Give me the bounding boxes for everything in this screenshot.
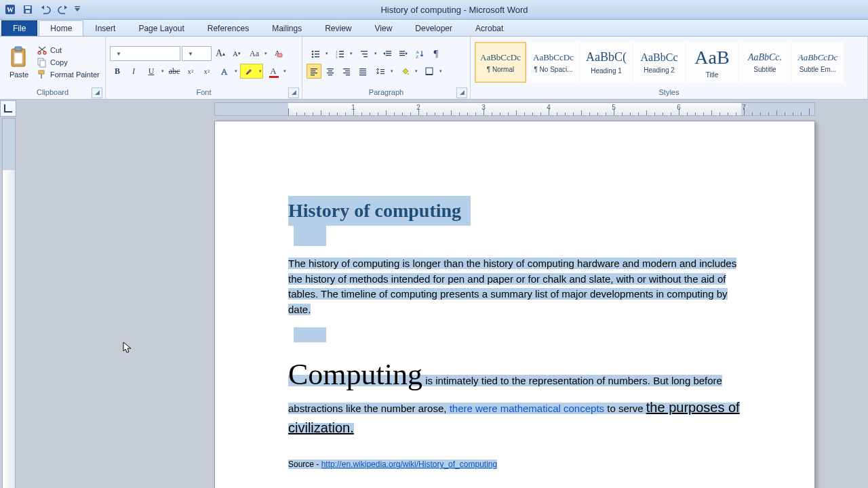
tab-review[interactable]: Review bbox=[313, 20, 363, 36]
underline-button[interactable]: U bbox=[142, 64, 165, 79]
borders-icon bbox=[425, 66, 434, 76]
clear-formatting-button[interactable]: A bbox=[270, 46, 285, 61]
horizontal-ruler[interactable]: 1234567 bbox=[214, 102, 815, 116]
line-spacing-button[interactable] bbox=[372, 64, 395, 79]
show-marks-button[interactable]: ¶ bbox=[429, 46, 443, 61]
document-content[interactable]: History of computing The history of comp… bbox=[288, 196, 741, 477]
svg-rect-58 bbox=[380, 71, 384, 72]
undo-icon[interactable] bbox=[38, 2, 53, 17]
style-tile-title[interactable]: AaBTitle bbox=[686, 42, 738, 83]
style-tile-heading-2[interactable]: AaBbCcHeading 2 bbox=[633, 42, 685, 83]
ribbon: Paste Cut Copy Format Painter Clipboard◢ bbox=[0, 37, 868, 100]
redo-icon[interactable] bbox=[56, 2, 71, 17]
sort-button[interactable]: AZ bbox=[412, 46, 427, 61]
justify-button[interactable] bbox=[355, 64, 370, 79]
change-case-button[interactable]: Aa bbox=[245, 46, 269, 61]
paste-icon bbox=[9, 46, 29, 69]
shading-button[interactable] bbox=[396, 64, 419, 79]
doc-p2-link1: there were mathematical concepts bbox=[450, 403, 604, 414]
tab-developer[interactable]: Developer bbox=[403, 20, 464, 36]
tab-acrobat[interactable]: Acrobat bbox=[464, 20, 515, 36]
svg-rect-33 bbox=[386, 51, 391, 52]
align-right-button[interactable] bbox=[339, 64, 354, 79]
increase-indent-button[interactable] bbox=[396, 46, 411, 61]
highlight-button[interactable] bbox=[240, 64, 263, 79]
copy-button[interactable]: Copy bbox=[37, 57, 100, 68]
font-name-combo[interactable]: ▼ bbox=[110, 46, 180, 61]
shrink-font-button[interactable]: A▾ bbox=[229, 46, 244, 61]
clipboard-group-label: Clipboard bbox=[37, 88, 68, 96]
format-painter-button[interactable]: Format Painter bbox=[37, 69, 100, 80]
tab-page-layout[interactable]: Page Layout bbox=[127, 20, 195, 36]
decrease-indent-button[interactable] bbox=[380, 46, 395, 61]
svg-point-20 bbox=[312, 54, 314, 56]
multilevel-list-button[interactable] bbox=[355, 46, 378, 61]
tab-mailings[interactable]: Mailings bbox=[260, 20, 313, 36]
font-size-combo[interactable]: ▼ bbox=[182, 46, 212, 61]
save-icon[interactable] bbox=[20, 2, 35, 17]
qat-customize-icon[interactable] bbox=[73, 2, 81, 17]
bullets-button[interactable] bbox=[307, 46, 330, 61]
svg-rect-45 bbox=[327, 68, 334, 69]
tab-view[interactable]: View bbox=[363, 20, 404, 36]
vertical-ruler[interactable] bbox=[2, 118, 16, 488]
numbering-button[interactable]: 123 bbox=[331, 46, 354, 61]
text-effects-button[interactable]: A bbox=[216, 64, 239, 79]
style-tile--no-spaci-[interactable]: AaBbCcDc¶ No Spaci... bbox=[528, 42, 579, 83]
word-app-icon[interactable]: W bbox=[3, 2, 18, 17]
tab-home[interactable]: Home bbox=[39, 20, 83, 36]
subscript-button[interactable]: x2 bbox=[183, 64, 198, 79]
tab-selector[interactable] bbox=[0, 100, 16, 117]
style-tile--normal[interactable]: AaBbCcDc¶ Normal bbox=[475, 42, 526, 83]
document-workspace: 1234567 History of computing The history… bbox=[0, 100, 868, 488]
align-left-icon bbox=[309, 66, 319, 76]
svg-rect-51 bbox=[343, 73, 350, 73]
bold-button[interactable]: B bbox=[110, 64, 125, 79]
grow-font-button[interactable]: A▴ bbox=[213, 46, 228, 61]
source-link[interactable]: http://en.wikipedia.org/wiki/History_of_… bbox=[321, 460, 497, 469]
italic-button[interactable]: I bbox=[126, 64, 141, 79]
font-color-button[interactable]: A bbox=[264, 64, 288, 79]
font-dialog-launcher[interactable]: ◢ bbox=[288, 87, 299, 98]
style-tile-heading-1[interactable]: AaBbC(Heading 1 bbox=[580, 42, 632, 83]
svg-rect-14 bbox=[41, 74, 42, 79]
mouse-cursor bbox=[123, 342, 132, 355]
doc-title: History of computing bbox=[288, 196, 471, 226]
format-painter-label: Format Painter bbox=[50, 70, 100, 79]
svg-rect-37 bbox=[399, 53, 405, 54]
align-right-icon bbox=[342, 66, 351, 76]
sort-icon: AZ bbox=[415, 49, 425, 58]
file-tab[interactable]: File bbox=[1, 20, 37, 36]
superscript-button[interactable]: x2 bbox=[199, 64, 214, 79]
document-page[interactable]: History of computing The history of comp… bbox=[214, 121, 815, 488]
svg-point-22 bbox=[312, 56, 314, 58]
svg-rect-23 bbox=[315, 56, 319, 58]
style-tile-subtle-em-[interactable]: AaBbCcDcSubtle Em... bbox=[792, 42, 844, 83]
doc-p2-b: to serve bbox=[604, 403, 646, 414]
svg-rect-56 bbox=[359, 75, 366, 75]
paste-button[interactable]: Paste bbox=[4, 46, 34, 79]
svg-rect-25 bbox=[339, 51, 344, 52]
scissors-icon bbox=[37, 45, 47, 56]
tab-insert[interactable]: Insert bbox=[83, 20, 127, 36]
svg-rect-5 bbox=[75, 6, 80, 7]
borders-button[interactable] bbox=[420, 64, 443, 79]
numbering-icon: 123 bbox=[335, 49, 344, 58]
align-center-button[interactable] bbox=[323, 64, 338, 79]
highlight-icon bbox=[245, 67, 253, 75]
svg-rect-19 bbox=[315, 51, 319, 52]
group-clipboard: Paste Cut Copy Format Painter Clipboard◢ bbox=[0, 37, 106, 99]
align-left-button[interactable] bbox=[307, 64, 321, 79]
paint-bucket-icon bbox=[400, 66, 410, 76]
svg-text:3: 3 bbox=[336, 56, 338, 58]
paragraph-dialog-launcher[interactable]: ◢ bbox=[456, 87, 467, 98]
svg-rect-46 bbox=[328, 70, 332, 71]
cut-button[interactable]: Cut bbox=[37, 45, 100, 56]
strikethrough-button[interactable]: abc bbox=[167, 64, 182, 79]
svg-rect-21 bbox=[315, 54, 319, 55]
source-label: Source - bbox=[288, 460, 321, 469]
clipboard-dialog-launcher[interactable]: ◢ bbox=[92, 87, 102, 98]
svg-rect-4 bbox=[26, 10, 30, 13]
style-tile-subtitle[interactable]: AaBbCc.Subtitle bbox=[739, 42, 791, 83]
tab-references[interactable]: References bbox=[196, 20, 260, 36]
